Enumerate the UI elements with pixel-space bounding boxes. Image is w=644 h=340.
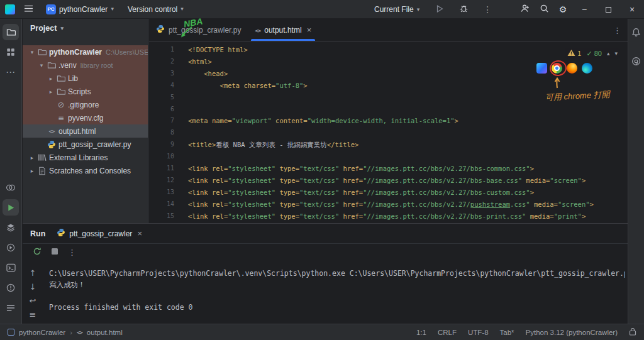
services-tool-button[interactable] xyxy=(3,219,19,236)
inspection-widget[interactable]: 1 ✓ 80 ▴ ▾ xyxy=(565,48,620,59)
console-line-2[interactable]: 寫入成功！ xyxy=(49,279,625,290)
code-line-7[interactable]: 7<meta name="viewport" content="width=de… xyxy=(149,115,628,127)
code-line-text: <link rel="stylesheet" type="text/css" h… xyxy=(183,199,594,211)
tree-item-output-html[interactable]: <>output.html xyxy=(23,124,148,138)
tree-item-external-libraries[interactable]: ▸External Libraries xyxy=(23,151,148,164)
tree-item-lib[interactable]: ▸Lib xyxy=(23,72,148,85)
tab-options-icon[interactable]: ⋮ xyxy=(613,19,621,41)
tab-output-html[interactable]: <> output.html × xyxy=(248,19,318,41)
problems-tool-button[interactable] xyxy=(3,280,19,296)
code-line-12[interactable]: 12<link rel="stylesheet" type="text/css"… xyxy=(149,175,628,187)
run-button[interactable] xyxy=(431,2,448,17)
stop-button[interactable] xyxy=(51,248,58,257)
prev-problem-icon[interactable]: ▴ xyxy=(607,50,610,57)
chevron-right-icon[interactable]: ▸ xyxy=(47,75,55,82)
tree-item-ptt-gossip-crawler-py[interactable]: ptt_gossip_crawler.py xyxy=(23,138,148,151)
code-line-6[interactable]: 6 xyxy=(149,104,628,116)
chevron-right-icon[interactable]: ▸ xyxy=(28,168,36,174)
status-item-crlf[interactable]: CRLF xyxy=(438,329,457,336)
structure-tool-button[interactable] xyxy=(3,44,19,60)
pycharm-logo xyxy=(5,4,15,14)
main-menu-button[interactable] xyxy=(20,2,36,17)
line-number: 11 xyxy=(149,163,183,175)
code-line-text: <link rel="stylesheet" type="text/css" h… xyxy=(183,211,586,222)
lock-icon[interactable] xyxy=(629,327,636,337)
code-line-text xyxy=(183,92,192,104)
project-avatar: PC xyxy=(46,4,56,14)
code-line-11[interactable]: 11<link rel="stylesheet" type="text/css"… xyxy=(149,163,628,175)
run-console[interactable]: C:\Users\USER\PycharmProjects\pythonCraw… xyxy=(49,261,625,322)
code-line-10[interactable]: 10 xyxy=(149,151,628,163)
tree-item--gitignore[interactable]: ⊘.gitignore xyxy=(23,98,148,111)
ai-assistant-tool-button[interactable] xyxy=(628,54,644,70)
status-item-python-3-12-pythoncrawler-[interactable]: Python 3.12 (pythonCrawler) xyxy=(526,329,618,336)
chevron-down-icon[interactable]: ▾ xyxy=(28,49,36,55)
chevron-right-icon[interactable]: ▸ xyxy=(28,155,36,161)
chrome-annotation-arrow xyxy=(553,77,561,91)
edge-icon[interactable] xyxy=(582,63,592,74)
status-item-utf-8[interactable]: UTF-8 xyxy=(468,329,489,336)
console-line-4[interactable]: Process finished with exit code 0 xyxy=(49,302,625,313)
console-line-3[interactable] xyxy=(49,290,625,302)
settings-button[interactable]: ⚙ xyxy=(553,0,572,19)
run-tab-ptt-gossip-crawler[interactable]: ptt_gossip_crawler × xyxy=(53,224,146,243)
inspection-ok[interactable]: ✓ 80 xyxy=(586,50,601,58)
vcs-widget[interactable]: Version control ▾ xyxy=(123,3,188,16)
code-line-8[interactable]: 8 xyxy=(149,127,628,139)
code-with-me-button[interactable] xyxy=(516,0,535,19)
close-tab-icon[interactable]: × xyxy=(307,25,312,35)
tree-item-scripts[interactable]: ▸Scripts xyxy=(23,85,148,98)
code-line-text: <meta charset="utf-8"> xyxy=(183,80,308,92)
todo-tool-button[interactable] xyxy=(3,300,19,316)
more-tool-windows-tool-button[interactable]: ⋯ xyxy=(3,64,19,80)
project-tool-window: Project ▾ ▾pythonCrawlerC:\Users\USER\P▾… xyxy=(23,19,148,223)
run-tool-button[interactable] xyxy=(3,199,19,216)
project-widget-label: pythonCrawler xyxy=(59,5,108,14)
breadcrumb-project[interactable]: pythonCrawler xyxy=(19,329,65,336)
inspection-warnings[interactable]: 1 xyxy=(567,49,581,58)
close-button[interactable]: × xyxy=(620,0,644,19)
project-widget[interactable]: PC pythonCrawler ▾ xyxy=(42,3,118,16)
debug-button[interactable] xyxy=(455,2,472,17)
code-line-9[interactable]: 9<title>看板 NBA 文章列表 - 批踢踢實業坊</title> xyxy=(149,139,628,151)
tree-item-label: External Libraries xyxy=(49,153,108,162)
maximize-button[interactable] xyxy=(596,0,620,19)
next-occurrence-button[interactable]: ↓ xyxy=(30,283,36,291)
search-everywhere-button[interactable] xyxy=(535,0,553,19)
project-panel-header[interactable]: Project ▾ xyxy=(23,19,148,38)
run-config-selector[interactable]: Current File ▾ xyxy=(370,3,424,16)
terminal-tool-button[interactable] xyxy=(3,260,19,276)
code-line-13[interactable]: 13<link rel="stylesheet" type="text/css"… xyxy=(149,187,628,199)
python-console-tool-button[interactable] xyxy=(3,239,19,256)
prev-occurrence-button[interactable]: ↑ xyxy=(30,269,36,277)
run-more-options-icon[interactable]: ⋮ xyxy=(68,248,76,256)
console-line-1[interactable]: C:\Users\USER\PycharmProjects\pythonCraw… xyxy=(49,268,625,279)
status-item-1-1[interactable]: 1:1 xyxy=(416,329,426,336)
code-line-15[interactable]: 15<link rel="stylesheet" type="text/css"… xyxy=(149,211,628,222)
project-tool-button[interactable] xyxy=(3,24,19,40)
chevron-right-icon[interactable]: ▸ xyxy=(47,89,55,95)
warning-icon xyxy=(567,49,575,58)
firefox-icon[interactable] xyxy=(567,63,577,74)
tree-item-scratches-and-consoles[interactable]: ▸Scratches and Consoles xyxy=(23,164,148,177)
code-line-14[interactable]: 14<link rel="stylesheet" type="text/css"… xyxy=(149,199,628,211)
close-run-tab-icon[interactable]: × xyxy=(137,229,142,238)
code-line-1[interactable]: 1<!DOCTYPE html> xyxy=(149,44,628,56)
chevron-down-icon[interactable]: ▾ xyxy=(37,62,46,69)
soft-wrap-button[interactable]: ↩ xyxy=(30,297,36,305)
tree-item--venv[interactable]: ▾.venvlibrary root xyxy=(23,58,148,72)
tab-label: ptt_gossip_crawler.py xyxy=(169,26,241,35)
next-problem-icon[interactable]: ▾ xyxy=(614,50,618,57)
python-packages-tool-button[interactable] xyxy=(3,179,19,195)
more-actions-button[interactable]: ⋮ xyxy=(479,2,496,17)
tab-ptt-gossip-crawler-py[interactable]: ptt_gossip_crawler.py xyxy=(149,19,248,41)
minimize-button[interactable]: − xyxy=(572,0,596,19)
builtin-preview-icon[interactable] xyxy=(536,63,547,74)
tree-item-pyvenv-cfg[interactable]: ≡pyvenv.cfg xyxy=(23,111,148,124)
notifications-tool-button[interactable] xyxy=(628,25,644,41)
tree-item-pythoncrawler[interactable]: ▾pythonCrawlerC:\Users\USER\P xyxy=(23,45,148,58)
rerun-button[interactable] xyxy=(33,247,42,258)
clear-all-button[interactable]: ≡ xyxy=(30,310,36,319)
breadcrumb-file[interactable]: output.html xyxy=(87,329,123,336)
status-item-tab-[interactable]: Tab* xyxy=(500,329,514,336)
